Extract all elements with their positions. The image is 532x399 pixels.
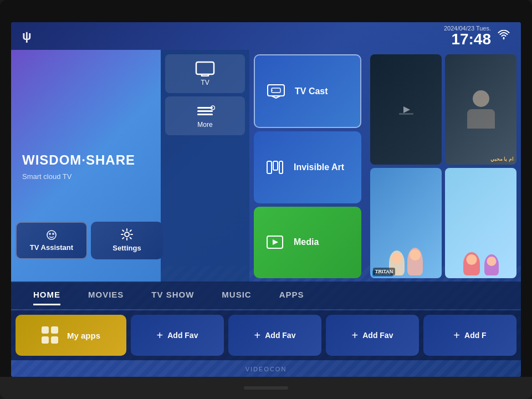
tv-bezel-bottom — [0, 377, 532, 399]
cartoon1-thumbnail[interactable]: TRITAN — [370, 168, 442, 278]
svg-point-19 — [47, 231, 56, 239]
svg-point-21 — [52, 233, 54, 235]
svg-point-0 — [503, 37, 505, 39]
settings-button[interactable]: Settings — [91, 222, 163, 259]
settings-gear-icon — [121, 228, 133, 241]
cartoon2-thumbnail[interactable] — [445, 168, 516, 278]
svg-marker-17 — [403, 106, 410, 113]
tab-apps[interactable]: APPS — [279, 285, 304, 305]
bottom-brand: VIDEOCON — [11, 366, 521, 372]
add-fav-label-3: Add Fav — [362, 331, 393, 340]
tv-nav-button[interactable]: TV — [165, 54, 245, 93]
screen: ψ 2024/04/23 Tues. 17:48 — [11, 22, 521, 377]
time-display: 17:48 — [451, 32, 491, 47]
svg-rect-14 — [279, 161, 283, 173]
add-fav-tile-3[interactable]: + Add Fav — [326, 315, 419, 356]
apps-dot-1 — [42, 326, 49, 334]
apps-row: My apps + Add Fav + Add Fav + Add Fav + … — [11, 310, 521, 360]
header: ψ 2024/04/23 Tues. 17:48 — [11, 22, 521, 50]
apps-dot-3 — [42, 336, 49, 344]
svg-rect-13 — [273, 161, 278, 170]
bottom-buttons: TV Assistant Settings — [11, 222, 167, 259]
media-thumbnails: ام يا محبي — [366, 50, 521, 283]
add-fav-tile-2[interactable]: + Add Fav — [228, 315, 321, 356]
plus-icon-1: + — [157, 329, 163, 342]
media-label: Media — [294, 237, 319, 247]
media-button[interactable]: Media — [254, 207, 361, 278]
thumb-row-top: ام يا محبي — [370, 54, 516, 165]
brand-logo: ψ — [22, 29, 32, 43]
svg-rect-1 — [196, 62, 214, 74]
svg-rect-9 — [268, 85, 284, 96]
invisible-art-button[interactable]: Invisible Art — [254, 131, 361, 203]
my-apps-label: My apps — [67, 331, 100, 340]
plus-icon-3: + — [352, 329, 359, 342]
svg-point-20 — [49, 233, 51, 235]
actions-col: TV Cast Invisible Art — [249, 50, 366, 283]
tv-cast-button[interactable]: TV Cast — [254, 54, 361, 128]
add-fav-tile-1[interactable]: + Add Fav — [131, 315, 224, 356]
media-play-icon — [264, 235, 286, 249]
assistant-icon — [46, 229, 57, 241]
tv-assistant-button[interactable]: TV Assistant — [16, 222, 88, 259]
plus-icon-4: + — [453, 329, 460, 342]
tab-home[interactable]: HOME — [33, 285, 60, 305]
plus-icon-2: + — [254, 329, 261, 342]
wifi-icon — [498, 30, 510, 43]
apps-dot-2 — [51, 326, 58, 334]
svg-rect-18 — [399, 113, 413, 115]
tab-movies[interactable]: MOVIES — [88, 285, 124, 305]
tab-tv-show[interactable]: TV SHOW — [151, 285, 194, 305]
svg-point-22 — [125, 232, 129, 237]
svg-marker-16 — [273, 239, 278, 245]
add-fav-label-1: Add Fav — [167, 331, 198, 340]
nav-buttons-col: TV More — [161, 50, 249, 283]
cast-icon — [265, 84, 287, 99]
tv-assistant-label: TV Assistant — [30, 243, 73, 252]
add-fav-tile-4[interactable]: + Add F — [423, 315, 516, 356]
tv-cast-label: TV Cast — [295, 86, 328, 96]
settings-label: Settings — [112, 244, 141, 252]
svg-rect-7 — [197, 114, 213, 115]
datetime: 2024/04/23 Tues. 17:48 — [444, 25, 491, 47]
tab-music[interactable]: MUSIC — [222, 285, 251, 305]
tv-stand — [244, 386, 288, 390]
invisible-art-icon — [264, 160, 286, 175]
my-apps-tile[interactable]: My apps — [16, 315, 126, 356]
tv-nav-label: TV — [201, 79, 209, 86]
tv-icon — [195, 61, 215, 76]
apps-grid-icon — [42, 326, 59, 344]
add-fav-label-2: Add Fav — [265, 331, 295, 340]
tv-frame: ψ 2024/04/23 Tues. 17:48 — [0, 0, 532, 399]
svg-rect-10 — [272, 88, 280, 93]
add-fav-label-4: Add F — [464, 331, 487, 340]
more-icon — [195, 103, 215, 119]
apps-dot-4 — [51, 336, 58, 344]
invisible-art-label: Invisible Art — [294, 162, 344, 172]
svg-rect-6 — [197, 110, 213, 112]
more-nav-button[interactable]: More — [165, 96, 245, 135]
thumb-row-bottom: TRITAN — [370, 168, 516, 278]
video-thumbnail[interactable] — [370, 54, 442, 165]
hero-subtitle: Smart cloud TV — [22, 172, 150, 181]
hero-logo: WISDOM·SHARE — [22, 152, 150, 168]
person-thumbnail[interactable]: ام يا محبي — [445, 54, 516, 165]
more-nav-label: More — [197, 121, 212, 129]
header-right: 2024/04/23 Tues. 17:48 — [444, 25, 510, 47]
svg-rect-12 — [267, 161, 272, 173]
nav-tabs: HOME MOVIES TV SHOW MUSIC APPS — [11, 282, 521, 309]
